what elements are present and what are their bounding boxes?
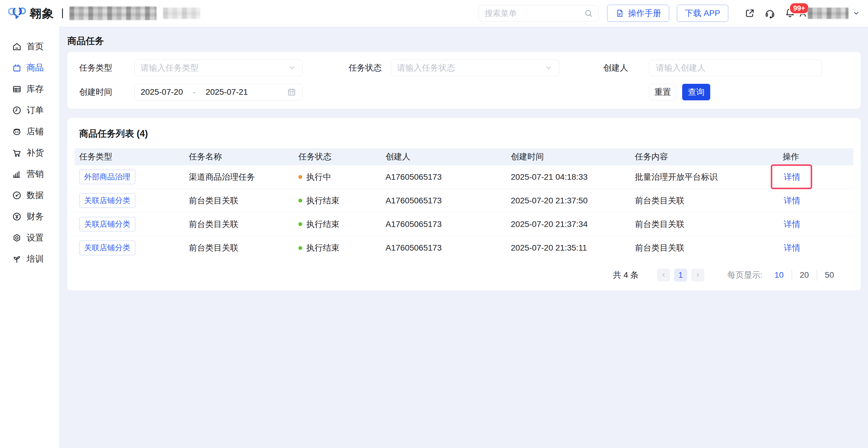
detail-link[interactable]: 详情 bbox=[784, 172, 800, 181]
filter-buttons: 重置 查询 bbox=[649, 84, 710, 100]
gauge-icon bbox=[12, 191, 22, 200]
prev-page-button[interactable] bbox=[657, 269, 670, 281]
redacted-company-name bbox=[69, 6, 157, 20]
page-number-button[interactable]: 1 bbox=[674, 269, 687, 281]
task-content: 批量治理开放平台标识 bbox=[630, 171, 778, 183]
task-name: 前台类目关联 bbox=[184, 242, 294, 253]
page-size-option-10[interactable]: 10 bbox=[767, 270, 792, 281]
task-name: 前台类目关联 bbox=[184, 219, 294, 230]
sidebar-item-finance[interactable]: 财务 bbox=[0, 206, 59, 227]
filter-panel: 任务类型 请输入任务类型 任务状态 请输入任务状态 创建人 创建时间 bbox=[67, 52, 861, 109]
page-size-option-20[interactable]: 20 bbox=[792, 270, 816, 281]
sidebar-item-label: 营销 bbox=[27, 168, 44, 180]
redacted-user-name bbox=[808, 8, 848, 19]
table-row: 关联店铺分类 前台类目关联 执行结束 A17605065173 2025-07-… bbox=[74, 212, 854, 236]
table-row: 外部商品治理 渠道商品治理任务 执行中 A17605065173 2025-07… bbox=[74, 165, 854, 189]
download-app-button[interactable]: 下载 APP bbox=[677, 5, 728, 22]
sidebar-item-settings[interactable]: 设置 bbox=[0, 227, 59, 248]
sidebar-item-replenish[interactable]: 补货 bbox=[0, 142, 59, 164]
app-header: 翱象 操作手册 下载 APP bbox=[0, 0, 868, 27]
date-range-separator: - bbox=[193, 88, 195, 97]
search-icon bbox=[584, 8, 593, 18]
column-header: 操作 bbox=[778, 151, 854, 162]
task-status: 执行结束 bbox=[299, 242, 381, 253]
sidebar-item-inventory[interactable]: 库存 bbox=[0, 78, 59, 100]
headset-icon[interactable] bbox=[764, 8, 776, 19]
brand-divider bbox=[62, 8, 63, 18]
sidebar-item-label: 订单 bbox=[27, 104, 44, 116]
menu-search-input[interactable] bbox=[484, 8, 584, 18]
created-time: 2025-07-20 21:37:34 bbox=[506, 219, 630, 229]
menu-search-box[interactable] bbox=[478, 5, 599, 22]
page-title: 商品任务 bbox=[67, 35, 868, 47]
download-app-label: 下载 APP bbox=[685, 8, 720, 19]
date-range-picker[interactable]: 2025-07-20 - 2025-07-21 bbox=[134, 84, 303, 100]
external-link-icon[interactable] bbox=[744, 8, 755, 19]
sidebar-item-goods[interactable]: 商品 bbox=[0, 57, 59, 78]
task-name: 前台类目关联 bbox=[184, 195, 294, 206]
user-menu[interactable]: A bbox=[800, 8, 860, 19]
brand-logo-icon bbox=[8, 5, 27, 22]
sidebar-item-shops[interactable]: 店铺 bbox=[0, 121, 59, 142]
created-time: 2025-07-20 21:35:11 bbox=[506, 243, 630, 253]
column-header: 创建时间 bbox=[506, 151, 630, 162]
status-dot bbox=[299, 175, 302, 179]
gear-icon bbox=[12, 233, 22, 243]
task-list-panel: 商品任务列表 (4) 任务类型 任务名称 任务状态 创建人 创建时间 任务内容 … bbox=[67, 118, 861, 290]
column-header: 创建人 bbox=[381, 151, 506, 162]
chevron-down-icon bbox=[852, 9, 860, 18]
creator-input[interactable] bbox=[655, 63, 816, 73]
task-list-title: 商品任务列表 (4) bbox=[79, 128, 854, 140]
task-status: 执行结束 bbox=[299, 219, 381, 230]
sidebar-item-home[interactable]: 首页 bbox=[0, 36, 59, 57]
sidebar-item-marketing[interactable]: 营销 bbox=[0, 164, 59, 185]
task-type-select[interactable]: 请输入任务类型 bbox=[134, 60, 303, 76]
next-page-button[interactable] bbox=[691, 269, 704, 281]
query-button[interactable]: 查询 bbox=[682, 84, 710, 100]
sidebar-item-label: 培训 bbox=[27, 253, 44, 265]
task-content: 前台类目关联 bbox=[630, 195, 778, 206]
notifications-button[interactable]: 99+ bbox=[784, 7, 796, 20]
total-count: 共 4 条 bbox=[613, 270, 639, 281]
detail-link[interactable]: 详情 bbox=[784, 219, 800, 229]
task-name: 渠道商品治理任务 bbox=[184, 171, 294, 183]
sidebar-item-training[interactable]: 培训 bbox=[0, 248, 59, 270]
header-actions: 操作手册 下载 APP 99+ bbox=[478, 5, 860, 22]
sidebar-item-label: 设置 bbox=[27, 232, 44, 244]
document-icon bbox=[615, 8, 625, 18]
created-time: 2025-07-21 04:18:33 bbox=[506, 172, 630, 182]
brand-name: 翱象 bbox=[30, 5, 54, 22]
column-header: 任务名称 bbox=[184, 151, 294, 162]
currency-icon bbox=[12, 212, 22, 221]
detail-link[interactable]: 详情 bbox=[784, 243, 800, 252]
sidebar-item-label: 首页 bbox=[27, 41, 44, 53]
task-type-tag: 关联店铺分类 bbox=[79, 241, 135, 255]
task-status-label: 任务状态 bbox=[349, 62, 382, 73]
sidebar-item-label: 库存 bbox=[27, 83, 44, 95]
redacted-company-suffix bbox=[163, 8, 200, 19]
chevron-left-icon bbox=[660, 272, 667, 279]
creator: A17605065173 bbox=[381, 219, 506, 229]
clock-icon bbox=[12, 105, 22, 115]
filter-row-2: 创建时间 2025-07-20 - 2025-07-21 重置 查询 bbox=[79, 84, 849, 100]
task-type-tag: 外部商品治理 bbox=[79, 170, 135, 184]
pagination: 共 4 条 1 每页显示: 10 20 50 bbox=[74, 269, 854, 281]
chevron-down-icon bbox=[288, 64, 297, 72]
home-icon bbox=[12, 42, 22, 51]
sidebar-item-orders[interactable]: 订单 bbox=[0, 100, 59, 121]
app-root: 翱象 操作手册 下载 APP bbox=[0, 0, 868, 448]
manual-button[interactable]: 操作手册 bbox=[607, 5, 669, 22]
task-type-label: 任务类型 bbox=[79, 62, 112, 73]
sidebar-item-label: 补货 bbox=[27, 147, 44, 159]
sidebar-item-label: 数据 bbox=[27, 189, 44, 201]
task-status-select[interactable]: 请输入任务状态 bbox=[391, 60, 559, 76]
brand-area: 翱象 bbox=[8, 5, 200, 22]
sidebar-item-data[interactable]: 数据 bbox=[0, 185, 59, 206]
page-size-option-50[interactable]: 50 bbox=[816, 270, 842, 281]
creator: A17605065173 bbox=[381, 172, 506, 182]
reset-button[interactable]: 重置 bbox=[649, 84, 676, 100]
creator-label: 创建人 bbox=[603, 62, 628, 73]
detail-link[interactable]: 详情 bbox=[784, 196, 800, 205]
created-time: 2025-07-20 21:37:50 bbox=[506, 196, 630, 205]
status-dot bbox=[299, 246, 302, 250]
